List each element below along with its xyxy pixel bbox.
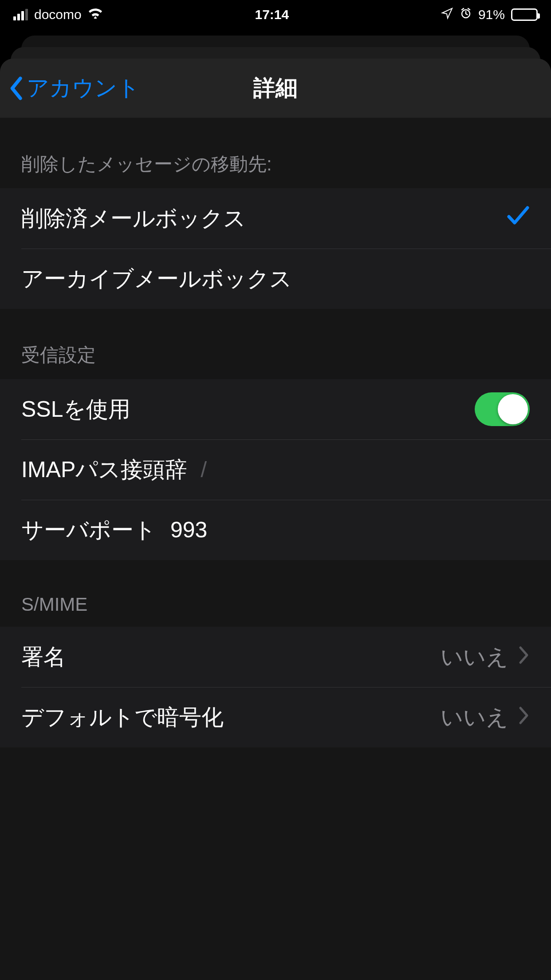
status-right: 91% — [441, 7, 538, 23]
row-imap-prefix[interactable]: IMAPパス接頭辞 / — [0, 439, 551, 500]
value-imap-prefix: / — [201, 457, 207, 482]
group-smime: 署名 いいえ デフォルトで暗号化 いいえ — [0, 627, 551, 747]
label-use-ssl: SSLを使用 — [21, 395, 130, 424]
chevron-right-icon — [518, 704, 530, 730]
value-server-port: 993 — [170, 517, 207, 543]
group-deleted: 削除済メールボックス アーカイブメールボックス — [0, 188, 551, 309]
status-left: docomo — [13, 7, 103, 22]
nav-bar: アカウント 詳細 — [0, 59, 551, 118]
label-sign: 署名 — [21, 642, 66, 672]
signal-icon — [13, 9, 28, 20]
back-button[interactable]: アカウント — [0, 73, 140, 103]
battery-pct: 91% — [478, 7, 505, 22]
label-server-port: サーバポート — [21, 515, 156, 545]
row-encrypt-default[interactable]: デフォルトで暗号化 いいえ — [0, 687, 551, 747]
label-encrypt-default: デフォルトで暗号化 — [21, 703, 224, 732]
section-header-deleted: 削除したメッセージの移動先: — [0, 118, 551, 188]
toggle-ssl[interactable] — [475, 392, 530, 426]
label-deleted-mailbox: 削除済メールボックス — [21, 204, 246, 233]
checkmark-icon — [507, 205, 530, 232]
wifi-icon — [88, 7, 103, 22]
content: 削除したメッセージの移動先: 削除済メールボックス アーカイブメールボックス 受… — [0, 118, 551, 747]
row-server-port[interactable]: サーバポート 993 — [0, 500, 551, 560]
back-label: アカウント — [27, 73, 140, 103]
row-sign[interactable]: 署名 いいえ — [0, 627, 551, 687]
value-sign: いいえ — [441, 642, 508, 672]
group-incoming: SSLを使用 IMAPパス接頭辞 / サーバポート 993 — [0, 379, 551, 560]
location-icon — [441, 7, 453, 23]
row-archive-mailbox[interactable]: アーカイブメールボックス — [0, 249, 551, 309]
status-bar: docomo 17:14 91% — [0, 0, 551, 29]
label-archive-mailbox: アーカイブメールボックス — [21, 264, 292, 294]
chevron-left-icon — [8, 76, 24, 101]
settings-sheet: アカウント 詳細 削除したメッセージの移動先: 削除済メールボックス アーカイブ… — [0, 59, 551, 980]
value-encrypt-default: いいえ — [441, 703, 508, 732]
section-header-smime: S/MIME — [0, 560, 551, 627]
label-imap-prefix: IMAPパス接頭辞 — [21, 455, 187, 485]
section-header-incoming: 受信設定 — [0, 309, 551, 379]
chevron-right-icon — [518, 644, 530, 670]
alarm-icon — [460, 7, 472, 23]
status-time: 17:14 — [255, 7, 289, 22]
battery-icon — [511, 8, 538, 21]
row-use-ssl[interactable]: SSLを使用 — [0, 379, 551, 439]
row-deleted-mailbox[interactable]: 削除済メールボックス — [0, 188, 551, 249]
carrier-label: docomo — [34, 7, 82, 22]
